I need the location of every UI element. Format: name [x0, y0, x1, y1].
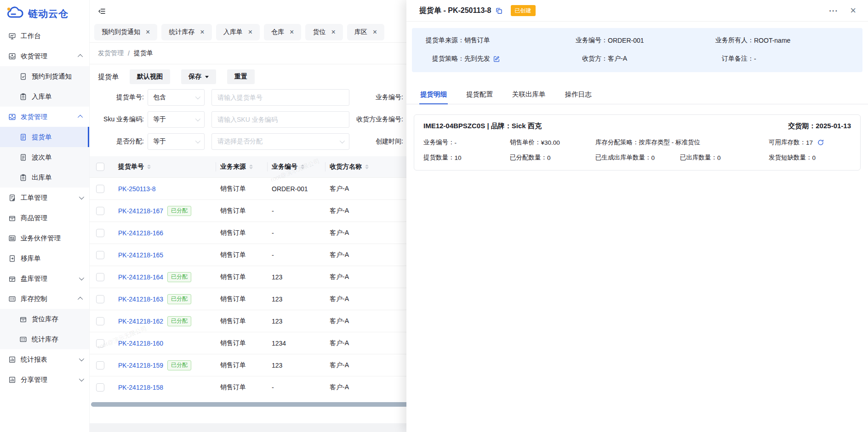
sidebar-item-0[interactable]: 工作台 — [0, 26, 89, 46]
source-cell: 销售订单 — [220, 273, 272, 281]
close-tab-icon[interactable]: × — [146, 28, 150, 36]
pickup-order-link[interactable]: PK-241218-164 — [118, 273, 163, 281]
open-tab-4[interactable]: 货位× — [305, 24, 343, 40]
sort-icon[interactable] — [365, 165, 369, 169]
sidebar-item-label: 移库单 — [21, 254, 41, 263]
sidebar-collapse-icon[interactable] — [98, 7, 106, 15]
reset-button[interactable]: 重置 — [227, 69, 255, 84]
line-field-label: 业务编号： — [423, 138, 455, 147]
pickup-order-link[interactable]: PK-241218-162 — [118, 318, 163, 325]
open-tab-1[interactable]: 统计库存× — [161, 24, 211, 40]
close-tab-icon[interactable]: × — [248, 28, 252, 36]
filter-value-input[interactable] — [211, 89, 349, 106]
filter-operator-select[interactable]: 等于 — [148, 111, 205, 128]
breadcrumb-parent[interactable]: 发货管理 — [98, 49, 124, 57]
row-checkbox[interactable] — [96, 229, 104, 237]
sidebar-item-10[interactable]: 业务伙伴管理 — [0, 228, 89, 248]
drawer-tabs: 提货明细提货配置关联出库单操作日志 — [406, 86, 868, 104]
row-checkbox[interactable] — [96, 185, 104, 193]
open-tab-0[interactable]: 预约到货通知× — [94, 24, 157, 40]
row-checkbox[interactable] — [96, 207, 104, 215]
sidebar-item-16[interactable]: 统计报表 — [0, 349, 89, 369]
sort-icon[interactable] — [249, 165, 253, 169]
close-tab-icon[interactable]: × — [200, 28, 204, 36]
sort-icon[interactable] — [301, 165, 304, 169]
select-all-checkbox[interactable] — [96, 163, 104, 171]
info-field: 收货方：客户-A — [572, 51, 710, 67]
info-field-value: ROOT-name — [754, 37, 790, 44]
column-header-3[interactable]: 收货方名称 — [330, 156, 403, 177]
copy-icon[interactable] — [496, 7, 503, 14]
sidebar-item-17[interactable]: 分享管理 — [0, 369, 89, 390]
sidebar-item-14[interactable]: 货位库存 — [0, 309, 89, 329]
sidebar-item-12[interactable]: 盘库管理 — [0, 268, 89, 289]
pickup-order-link[interactable]: PK-241218-163 — [118, 296, 163, 303]
edit-icon[interactable] — [493, 56, 500, 62]
default-view-button[interactable]: 默认视图 — [130, 69, 170, 84]
close-drawer-icon[interactable]: × — [850, 6, 856, 16]
row-checkbox[interactable] — [96, 383, 104, 392]
receiver-cell: 客户-A — [330, 317, 403, 325]
drawer-tab-2[interactable]: 关联出库单 — [511, 86, 547, 104]
row-select-cell — [90, 361, 111, 369]
sidebar-item-11[interactable]: 移库单 — [0, 248, 89, 268]
source-cell: 销售订单 — [220, 339, 272, 347]
biz-no-cell: - — [272, 384, 330, 391]
drawer-tab-1[interactable]: 提货配置 — [465, 86, 494, 104]
close-tab-icon[interactable]: × — [373, 28, 377, 36]
sidebar-item-13[interactable]: 库存控制 — [0, 289, 89, 309]
sidebar-item-15[interactable]: 统计库存 — [0, 329, 89, 349]
filter-operator-select[interactable]: 等于 — [148, 133, 205, 150]
open-tab-2[interactable]: 入库单× — [216, 24, 260, 40]
row-select-cell — [90, 383, 111, 392]
pickup-order-link[interactable]: PK-241218-165 — [118, 251, 163, 259]
sidebar-item-4[interactable]: 发货管理 — [0, 107, 89, 127]
sort-icon[interactable] — [147, 165, 151, 169]
drawer-tab-3[interactable]: 操作日志 — [564, 86, 593, 104]
logo-cloud-icon — [6, 6, 25, 21]
row-checkbox[interactable] — [96, 339, 104, 347]
row-checkbox[interactable] — [96, 317, 104, 325]
sidebar-item-9[interactable]: 商品管理 — [0, 208, 89, 228]
filter-operator-select[interactable]: 包含 — [148, 89, 205, 106]
info-field: 业务编号：ORDER-001 — [572, 33, 710, 48]
sidebar-item-8[interactable]: 工单管理 — [0, 188, 89, 208]
receiver-cell: 客户-A — [330, 229, 403, 237]
row-checkbox[interactable] — [96, 295, 104, 303]
sidebar-item-5[interactable]: 提货单 — [0, 127, 89, 147]
column-header-2[interactable]: 业务编号 — [272, 156, 330, 177]
pickup-order-link[interactable]: PK-241218-160 — [118, 340, 163, 347]
pickup-order-link[interactable]: PK-241218-167 — [118, 207, 163, 215]
filter-value-select[interactable]: 请选择是否分配 — [211, 133, 349, 150]
column-header-0[interactable]: 提货单号 — [111, 156, 220, 177]
refresh-icon[interactable] — [817, 139, 824, 146]
receiver-cell: 客户-A — [330, 361, 403, 369]
close-tab-icon[interactable]: × — [290, 28, 294, 36]
more-actions-icon[interactable]: ··· — [829, 7, 838, 15]
row-checkbox[interactable] — [96, 361, 104, 369]
pickup-order-link[interactable]: PK-241218-158 — [118, 384, 163, 391]
open-tab-5[interactable]: 库区× — [347, 24, 384, 40]
sidebar-item-2[interactable]: 预约到货通知 — [0, 66, 89, 86]
column-header-1[interactable]: 业务来源 — [220, 156, 272, 177]
sidebar-item-7[interactable]: 出库单 — [0, 167, 89, 188]
sidebar-item-1[interactable]: 收货管理 — [0, 46, 89, 66]
pickup-order-link[interactable]: PK-241218-159 — [118, 362, 163, 369]
pickup-order-link[interactable]: PK-241218-166 — [118, 229, 163, 237]
close-tab-icon[interactable]: × — [331, 28, 335, 36]
filter-label: Sku 业务编码: — [98, 115, 144, 124]
box-check-icon — [8, 275, 16, 283]
open-tab-3[interactable]: 仓库× — [264, 24, 301, 40]
line-field-value: 17 — [806, 139, 813, 146]
sidebar-item-3[interactable]: 入库单 — [0, 86, 89, 107]
sidebar-item-6[interactable]: 波次单 — [0, 147, 89, 167]
row-checkbox[interactable] — [96, 273, 104, 281]
info-field: 提货策略：先到先发 — [420, 51, 572, 67]
row-checkbox[interactable] — [96, 251, 104, 259]
drawer-tab-0[interactable]: 提货明细 — [419, 86, 448, 104]
save-view-button[interactable]: 保存 — [181, 69, 216, 84]
line-field: 业务编号：- — [423, 138, 510, 147]
pickup-order-link[interactable]: PK-250113-8 — [118, 185, 155, 193]
receive-icon — [8, 52, 16, 60]
filter-value-input[interactable] — [211, 111, 349, 128]
